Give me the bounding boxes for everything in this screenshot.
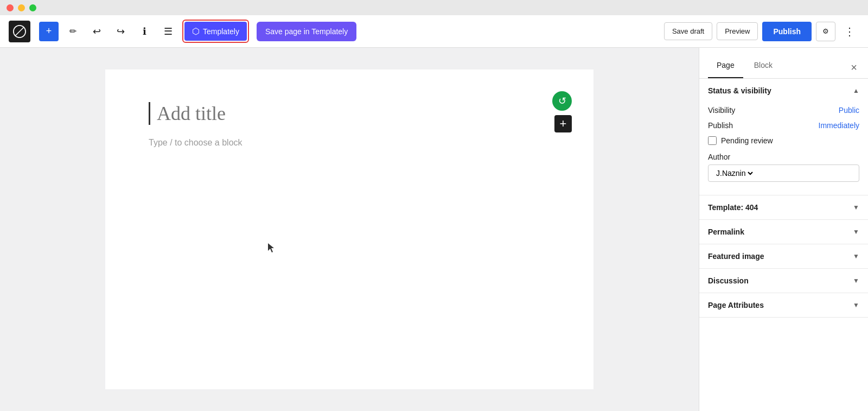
pencil-icon: ✏	[69, 26, 76, 36]
tools-icon: ☰	[164, 26, 173, 37]
author-section: Author J.Naznin	[708, 148, 859, 186]
permalink-section[interactable]: Permalink ▼	[699, 220, 868, 244]
status-visibility-section: Status & visibility ▲ Visibility Public …	[699, 79, 868, 195]
permalink-chevron-icon: ▼	[853, 228, 859, 236]
cursor-indicator	[268, 243, 275, 253]
user-avatar: ↺	[552, 91, 572, 111]
templately-wrapper: ⬡ Templately	[182, 20, 249, 43]
avatar-icon: ↺	[558, 95, 566, 107]
status-visibility-content: Visibility Public Publish Immediately Pe…	[699, 103, 868, 195]
featured-image-chevron-icon: ▼	[853, 252, 859, 260]
author-dropdown[interactable]: J.Naznin	[714, 168, 755, 178]
info-icon: ℹ	[143, 26, 146, 37]
featured-image-heading: Featured image	[708, 252, 764, 261]
tools-button[interactable]: ☰	[158, 22, 178, 41]
maximize-button[interactable]	[29, 4, 36, 11]
pending-review-checkbox[interactable]	[708, 136, 717, 145]
redo-icon: ↪	[117, 26, 125, 37]
page-attributes-heading: Page Attributes	[708, 301, 764, 309]
save-draft-button[interactable]: Save draft	[664, 22, 712, 40]
close-button[interactable]	[7, 4, 14, 11]
save-templately-button[interactable]: Save page in Templately	[257, 22, 356, 41]
page-attributes-chevron-icon: ▼	[853, 301, 859, 309]
tab-page-label: Page	[717, 61, 735, 69]
visibility-label: Visibility	[708, 106, 735, 115]
pending-review-label: Pending review	[721, 136, 773, 145]
author-select[interactable]: J.Naznin	[708, 165, 859, 182]
gear-icon: ⚙	[822, 27, 829, 35]
edit-button[interactable]: ✏	[63, 22, 82, 41]
wp-logo-icon	[13, 25, 26, 38]
visibility-value[interactable]: Public	[839, 106, 859, 115]
pending-review-row: Pending review	[708, 133, 859, 148]
discussion-section[interactable]: Discussion ▼	[699, 269, 868, 293]
discussion-chevron-icon: ▼	[853, 277, 859, 284]
publish-label: Publish	[773, 27, 801, 36]
right-sidebar: Page Block × Status & visibility ▲ Visib…	[699, 48, 868, 411]
editor-canvas: ↺ + Type / to choose a block	[105, 69, 593, 389]
sidebar-header: Page Block ×	[699, 48, 868, 79]
plus-icon: +	[46, 26, 52, 37]
template-section[interactable]: Template: 404 ▼	[699, 195, 868, 220]
main-layout: ↺ + Type / to choose a block Page	[0, 48, 868, 411]
toolbar: + ✏ ↩ ↪ ℹ ☰ ⬡ Templately Save page in Te…	[0, 15, 868, 48]
info-button[interactable]: ℹ	[135, 22, 154, 41]
visibility-row: Visibility Public	[708, 103, 859, 118]
close-icon: ×	[851, 61, 857, 73]
content-placeholder[interactable]: Type / to choose a block	[149, 138, 550, 148]
sidebar-tabs: Page Block	[708, 56, 781, 78]
redo-button[interactable]: ↪	[111, 22, 130, 41]
undo-button[interactable]: ↩	[87, 22, 106, 41]
floating-plus-icon: +	[560, 117, 567, 131]
more-options-button[interactable]: ⋮	[840, 23, 859, 40]
permalink-heading: Permalink	[708, 227, 744, 236]
preview-label: Preview	[725, 27, 750, 35]
editor-area[interactable]: ↺ + Type / to choose a block	[0, 48, 699, 411]
publish-timing-value[interactable]: Immediately	[819, 121, 859, 130]
window-chrome	[0, 0, 868, 15]
tab-page[interactable]: Page	[708, 56, 743, 78]
publish-button[interactable]: Publish	[762, 22, 812, 41]
featured-image-section[interactable]: Featured image ▼	[699, 244, 868, 269]
template-chevron-icon: ▼	[853, 204, 859, 211]
minimize-button[interactable]	[18, 4, 25, 11]
publish-row: Publish Immediately	[708, 118, 859, 133]
templately-label: Templately	[203, 27, 239, 36]
settings-button[interactable]: ⚙	[816, 22, 835, 41]
page-title-input[interactable]	[149, 102, 550, 125]
preview-button[interactable]: Preview	[717, 22, 758, 40]
ellipsis-icon: ⋮	[844, 26, 855, 37]
close-sidebar-button[interactable]: ×	[848, 59, 859, 76]
templately-icon: ⬡	[192, 26, 200, 36]
page-attributes-section[interactable]: Page Attributes ▼	[699, 293, 868, 318]
save-templately-label: Save page in Templately	[265, 27, 348, 36]
tab-block[interactable]: Block	[745, 56, 781, 78]
wordpress-logo[interactable]	[9, 21, 30, 42]
template-heading: Template: 404	[708, 203, 758, 212]
status-visibility-heading: Status & visibility	[708, 86, 771, 95]
publish-timing-label: Publish	[708, 121, 733, 130]
discussion-heading: Discussion	[708, 276, 749, 285]
status-visibility-header[interactable]: Status & visibility ▲	[699, 79, 868, 103]
save-draft-label: Save draft	[672, 27, 704, 35]
add-block-button[interactable]: +	[39, 22, 59, 41]
author-label: Author	[708, 153, 859, 161]
tab-block-label: Block	[754, 61, 773, 69]
templately-button[interactable]: ⬡ Templately	[184, 22, 247, 41]
floating-add-button[interactable]: +	[554, 115, 572, 132]
undo-icon: ↩	[93, 26, 101, 37]
chevron-up-icon: ▲	[853, 87, 859, 94]
